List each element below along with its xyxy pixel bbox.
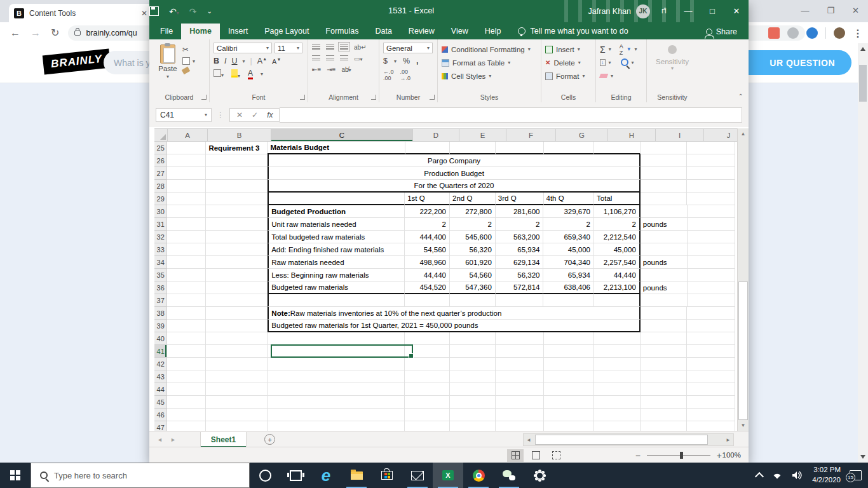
cell[interactable] [687,396,735,409]
format-cells-button[interactable]: Format▾ [545,69,592,83]
cell[interactable] [405,358,450,370]
back-icon[interactable]: ← [10,27,20,39]
cell[interactable] [687,167,735,180]
cell[interactable] [687,421,735,431]
cell[interactable] [167,142,206,154]
cell[interactable] [206,370,268,383]
cell[interactable]: 659,340 [543,231,594,243]
cell[interactable] [688,205,736,218]
cell[interactable] [687,154,735,167]
cell[interactable] [688,243,736,256]
cell[interactable] [496,370,544,383]
cell[interactable]: 45,000 [543,243,594,256]
zoom-slider[interactable] [647,455,710,456]
wifi-icon[interactable] [771,471,783,480]
select-all-corner[interactable] [154,128,168,142]
cell[interactable] [268,294,405,307]
cell[interactable] [544,396,594,409]
cell[interactable] [405,142,451,154]
number-format-select[interactable]: General▾ [383,43,433,53]
align-left-icon[interactable] [312,55,320,61]
cell[interactable]: 45,000 [594,243,641,256]
profile-avatar[interactable] [834,27,845,39]
cell[interactable] [594,421,641,431]
italic-button[interactable]: I [224,57,226,65]
cell[interactable]: 1,106,270 [594,205,641,218]
cell[interactable]: 563,200 [496,231,544,243]
cell[interactable] [496,409,544,421]
row-header-40[interactable]: 40 [154,332,167,345]
cell[interactable] [641,243,688,256]
cell[interactable] [641,307,688,320]
font-name-select[interactable]: Calibri▾ [214,43,272,53]
grid-scroll-left-icon[interactable]: ◄ [524,437,531,443]
row-header-39[interactable]: 39 [154,320,167,332]
cell[interactable] [544,345,594,358]
cell[interactable] [594,370,641,383]
grid-scroll-right-icon[interactable]: ► [726,437,731,443]
taskbar-clock[interactable]: 3:02 PM 4/2/2020 [812,465,841,485]
decrease-decimal-button[interactable]: .00→.0 [400,69,411,81]
cell[interactable]: 572,814 [496,281,544,294]
sheet-nav-right-icon[interactable]: ► [170,437,176,443]
ribbon-tab-insert[interactable]: Insert [220,24,256,39]
cell[interactable]: 547,360 [450,281,496,294]
user-name[interactable]: Jafran Khan [588,7,631,16]
cell[interactable]: Raw materials needed [268,256,405,269]
cell[interactable]: 2 [450,218,496,231]
cell[interactable] [206,243,268,256]
collapse-ribbon-icon[interactable]: ⌃ [738,93,743,100]
merged-cell[interactable]: For the Quarters of 2020 [268,180,640,193]
cell[interactable] [167,205,206,218]
scroll-up-icon[interactable] [860,47,865,51]
merged-cell[interactable]: Budgeted raw materials for 1st Quarter, … [268,320,640,332]
fill-color-button[interactable]: ▾ [231,69,240,79]
taskbar-search[interactable]: Type here to search [31,463,250,488]
bold-button[interactable]: B [214,57,219,65]
cell[interactable] [450,332,496,345]
cancel-entry-icon[interactable]: ✕ [236,111,243,119]
row-header-27[interactable]: 27 [154,167,167,180]
tray-expand-icon[interactable] [755,472,764,481]
cell[interactable] [544,409,594,421]
cell[interactable] [641,142,688,154]
autosum-button[interactable]: Σ▾ AZ▼▾ [600,43,642,56]
row-header-32[interactable]: 32 [154,231,167,243]
cell[interactable]: 704,340 [543,256,594,269]
cell[interactable]: pounds [641,256,688,269]
decrease-indent-icon[interactable]: ⇤≡ [312,66,321,73]
cell[interactable]: 444,400 [405,231,450,243]
find-select-button[interactable] [621,58,628,67]
redo-icon[interactable]: ↷ [189,6,197,17]
cell[interactable]: Total budgeted raw materials [268,231,405,243]
column-header-G[interactable]: G [556,128,608,142]
currency-button[interactable]: $ [383,57,388,65]
cell[interactable] [268,383,405,396]
cell[interactable] [688,281,736,294]
page-break-view-button[interactable] [548,449,564,462]
wechat-icon[interactable] [494,463,524,488]
cell[interactable]: 272,800 [450,205,496,218]
undo-icon[interactable]: ↶▾ [169,6,179,17]
cell[interactable] [594,332,641,345]
sort-filter-button[interactable]: AZ [620,43,623,56]
format-as-table-button[interactable]: Format as Table▾ [442,56,537,69]
cell[interactable] [688,231,736,243]
grid-horizontal-scrollbar[interactable]: ◄ ► [523,433,734,446]
font-dialog-launcher[interactable] [300,95,305,100]
cell[interactable] [167,281,206,294]
cell[interactable] [496,332,544,345]
forward-icon[interactable]: → [31,27,41,39]
cell[interactable] [687,307,735,320]
merged-cell[interactable]: Note: Raw materials inventories at 10% o… [268,307,640,320]
clear-button[interactable]: ▾ [600,69,642,83]
cell[interactable]: 44,440 [405,269,450,281]
cell[interactable] [496,345,544,358]
column-header-D[interactable]: D [413,128,459,142]
cell[interactable] [496,383,544,396]
column-header-E[interactable]: E [459,128,506,142]
cell[interactable] [688,256,736,269]
cell[interactable] [641,421,688,431]
cell[interactable] [206,409,268,421]
cell[interactable] [167,396,206,409]
